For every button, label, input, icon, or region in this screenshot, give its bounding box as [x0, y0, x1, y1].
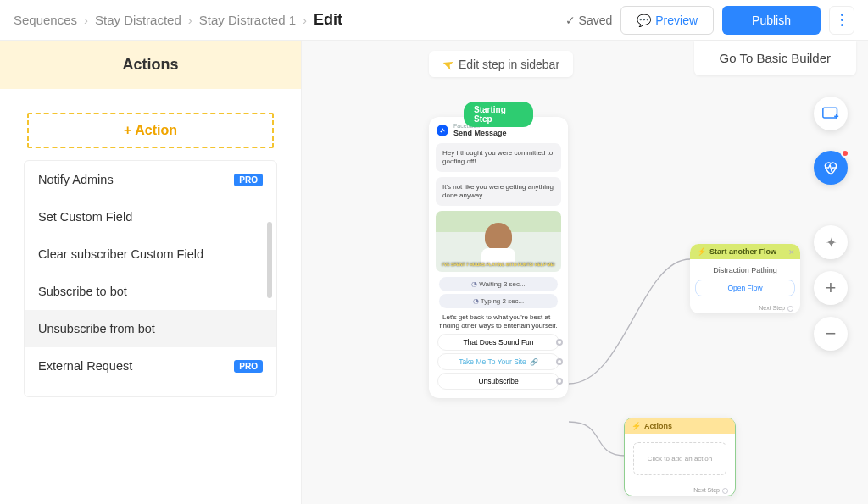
- card-plus-icon: [822, 107, 839, 120]
- add-action-button[interactable]: + Action: [27, 113, 274, 148]
- preview-label: Preview: [655, 14, 698, 27]
- next-step-label: Next Step: [625, 484, 735, 496]
- scrollbar-thumb[interactable]: [267, 222, 272, 298]
- next-step-label: Next Step: [690, 302, 800, 313]
- crumb-stay-distracted-1[interactable]: Stay Distracted 1: [199, 13, 296, 27]
- node-actions[interactable]: ⚡Actions Click to add an action Next Ste…: [624, 418, 736, 496]
- chevron-right-icon: ›: [303, 13, 307, 27]
- minus-icon: −: [826, 323, 837, 345]
- message-bubble-1[interactable]: Hey I thought you were committed to goof…: [436, 143, 561, 172]
- flow-canvas[interactable]: ➤ Edit step in sidebar Go To Basic Build…: [302, 41, 868, 504]
- option-label: Unsubscribe: [478, 377, 518, 385]
- output-port[interactable]: [556, 378, 563, 385]
- saved-label: Saved: [579, 14, 613, 27]
- zoom-out-button[interactable]: −: [814, 317, 848, 351]
- type-text: Typing 2 sec...: [481, 297, 525, 305]
- link-icon: 🔗: [530, 358, 538, 366]
- hint-text: Edit step in sidebar: [459, 58, 559, 71]
- publish-button[interactable]: Publish: [722, 6, 821, 35]
- output-port[interactable]: [722, 488, 728, 494]
- action-external-request[interactable]: External Request PRO: [25, 347, 276, 385]
- bolt-icon: ⚡: [632, 422, 641, 430]
- waiting-pill[interactable]: ◔Waiting 3 sec...: [439, 277, 558, 291]
- chevron-right-icon: ›: [84, 13, 88, 27]
- crumb-stay-distracted[interactable]: Stay Distracted: [95, 13, 181, 27]
- action-label: Subscribe to bot: [38, 285, 127, 298]
- typing-pill[interactable]: ◔Typing 2 sec...: [439, 294, 558, 308]
- more-menu-button[interactable]: [829, 6, 854, 35]
- app-header: Sequences › Stay Distracted › Stay Distr…: [0, 0, 868, 41]
- pro-badge: PRO: [234, 174, 263, 186]
- action-google-sheets[interactable]: Google Sheets Actions PRO: [25, 385, 276, 397]
- action-unsubscribe-bot[interactable]: Unsubscribe from bot: [25, 310, 276, 347]
- health-button[interactable]: [814, 151, 848, 185]
- pro-badge: PRO: [234, 397, 263, 398]
- edit-hint: ➤ Edit step in sidebar: [429, 51, 573, 77]
- actions-head-label: Actions: [644, 422, 672, 430]
- output-port[interactable]: [556, 358, 563, 365]
- messenger-icon: [437, 125, 448, 136]
- close-icon[interactable]: ✕: [788, 248, 795, 257]
- zoom-in-button[interactable]: +: [814, 271, 848, 305]
- saved-status: ✓ Saved: [565, 14, 613, 27]
- action-label: External Request: [38, 359, 132, 373]
- action-subscribe-bot[interactable]: Subscribe to bot: [25, 273, 276, 310]
- magic-button[interactable]: ✦: [814, 225, 848, 259]
- crumb-sequences[interactable]: Sequences: [14, 13, 77, 27]
- breadcrumb: Sequences › Stay Distracted › Stay Distr…: [14, 11, 342, 29]
- notification-dot: [841, 149, 849, 158]
- actions-sidebar: Actions + Action Notify Admins PRO Set C…: [0, 41, 302, 504]
- option-label: Take Me To Your Site: [459, 357, 526, 366]
- option-sound-fun[interactable]: That Does Sound Fun: [437, 334, 559, 351]
- open-flow-button[interactable]: Open Flow: [695, 280, 795, 296]
- add-card-button[interactable]: [814, 97, 848, 130]
- pro-badge: PRO: [234, 360, 263, 373]
- action-label: Google Sheets Actions: [58, 396, 183, 397]
- action-clear-custom-field[interactable]: Clear subscriber Custom Field: [25, 235, 276, 273]
- message-bubble-3[interactable]: Let's get back to what you're best at - …: [437, 313, 559, 330]
- action-set-custom-field[interactable]: Set Custom Field: [25, 198, 276, 235]
- plus-icon: +: [826, 277, 837, 299]
- starting-step-badge: Starting Step: [464, 102, 533, 127]
- node-send-message[interactable]: Starting Step Facebook Send Message Hey …: [429, 117, 568, 398]
- actions-node-header: ⚡Actions: [625, 418, 735, 434]
- action-notify-admins[interactable]: Notify Admins PRO: [25, 161, 276, 198]
- action-label: Clear subscriber Custom Field: [38, 247, 203, 261]
- crumb-current: Edit: [314, 11, 342, 29]
- action-label: Set Custom Field: [38, 210, 132, 224]
- sparkle-icon: ✦: [826, 235, 837, 251]
- clock-icon: ◔: [473, 297, 479, 305]
- flow-head-label: Start another Flow: [709, 247, 776, 256]
- sidebar-title: Actions: [0, 41, 301, 89]
- heart-pulse-icon: [822, 159, 839, 176]
- node-title: Send Message: [453, 129, 507, 137]
- flow-name: Distraction Pathing: [695, 266, 795, 274]
- gif-caption: I'VE SPENT 7 HOURS PLAYING WITH FONTS! H…: [441, 263, 556, 268]
- option-take-site[interactable]: Take Me To Your Site🔗: [437, 353, 559, 370]
- google-sheets-icon: [38, 396, 52, 397]
- add-action-placeholder[interactable]: Click to add an action: [633, 442, 726, 475]
- clock-icon: ◔: [471, 280, 477, 288]
- actions-list[interactable]: Notify Admins PRO Set Custom Field Clear…: [24, 160, 277, 397]
- output-port[interactable]: [556, 339, 563, 346]
- chat-icon: 💬: [637, 14, 651, 27]
- option-label: That Does Sound Fun: [463, 338, 533, 346]
- chevron-right-icon: ›: [188, 13, 192, 27]
- action-label: Notify Admins: [38, 173, 114, 186]
- preview-button[interactable]: 💬 Preview: [620, 6, 714, 35]
- output-port[interactable]: [787, 306, 793, 312]
- bolt-icon: ⚡: [697, 247, 706, 256]
- gif-attachment[interactable]: I'VE SPENT 7 HOURS PLAYING WITH FONTS! H…: [436, 211, 561, 272]
- message-bubble-2[interactable]: It's not like you were getting anything …: [436, 177, 561, 206]
- flow-node-header: ⚡Start another Flow: [690, 244, 800, 259]
- action-label: Unsubscribe from bot: [38, 322, 155, 335]
- option-unsubscribe[interactable]: Unsubscribe: [437, 373, 559, 390]
- pointer-icon: ➤: [440, 54, 456, 73]
- basic-builder-button[interactable]: Go To Basic Builder: [694, 41, 856, 75]
- wait-text: Waiting 3 sec...: [479, 280, 525, 288]
- node-start-flow[interactable]: ⚡Start another Flow ✕ Distraction Pathin…: [690, 244, 800, 313]
- check-icon: ✓: [565, 14, 576, 27]
